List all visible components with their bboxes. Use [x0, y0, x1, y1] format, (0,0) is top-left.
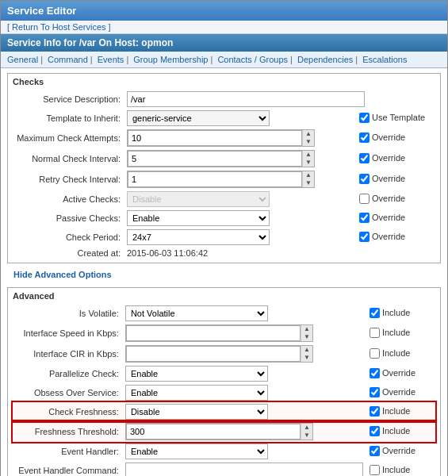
service-description-cell [124, 90, 435, 109]
event-handler-override-checkbox[interactable] [370, 446, 380, 456]
interface-cir-include-text: Include [382, 348, 410, 358]
passive-checks-select[interactable]: Enable Disable [127, 210, 270, 226]
retry-check-interval-input[interactable] [128, 171, 302, 187]
nav-command[interactable]: Command [48, 55, 88, 64]
retry-check-override-checkbox[interactable] [359, 174, 370, 184]
interface-speed-down[interactable]: ▼ [301, 333, 312, 341]
is-volatile-include-checkbox[interactable] [370, 308, 380, 318]
table-row: Passive Checks: Enable Disable Override [13, 209, 435, 228]
use-template-checkbox[interactable] [359, 113, 370, 123]
created-at-value: 2015-06-03 11:06:42 [127, 248, 208, 258]
check-freshness-row: Check Freshness: Disable Enable Include [13, 402, 435, 421]
retry-check-up[interactable]: ▲ [303, 171, 314, 179]
nav-escalations[interactable]: Escalations [362, 55, 407, 64]
interface-speed-up[interactable]: ▲ [301, 325, 312, 333]
retry-check-override-label: Override [359, 174, 405, 184]
template-inherit-cell: generic-service [124, 109, 356, 128]
freshness-threshold-include-text: Include [382, 426, 410, 436]
interface-cir-label: Interface CIR in Kbps: [13, 344, 122, 364]
freshness-threshold-input[interactable] [126, 424, 301, 440]
use-template-label: Use Template [359, 113, 425, 123]
active-checks-label: Active Checks: [13, 190, 124, 209]
retry-check-interval-label: Retry Check Interval: [13, 169, 124, 190]
passive-checks-override-checkbox[interactable] [359, 213, 370, 223]
service-description-input[interactable] [127, 91, 365, 107]
table-row: Service Description: [13, 90, 435, 109]
nav-group-membership[interactable]: Group Membership [133, 55, 208, 64]
nav-events[interactable]: Events [98, 55, 124, 64]
normal-check-up[interactable]: ▲ [303, 151, 314, 159]
freshness-threshold-label: Freshness Threshold: [13, 421, 122, 442]
template-inherit-label: Template to Inherit: [13, 109, 124, 128]
service-info-bar: Service Info for /var On Host: opmon [1, 34, 447, 52]
check-period-override-label: Override [359, 232, 405, 242]
freshness-threshold-row: Freshness Threshold: ▲ ▼ Include [13, 421, 435, 442]
interface-cir-cell: ▲ ▼ [122, 344, 366, 364]
interface-speed-include-label: Include [370, 328, 410, 338]
active-checks-select[interactable]: Disable Enable [127, 191, 270, 207]
advanced-section: Advanced Is Volatile: Not Volatile Volat… [7, 287, 441, 476]
normal-check-interval-input[interactable] [128, 151, 302, 167]
max-check-attempts-down[interactable]: ▼ [303, 138, 314, 146]
max-check-override-label: Override [359, 132, 405, 143]
max-check-attempts-up[interactable]: ▲ [303, 130, 314, 138]
interface-cir-include-checkbox[interactable] [370, 348, 380, 359]
obsess-override-checkbox[interactable] [370, 387, 380, 397]
check-freshness-cell: Disable Enable [122, 402, 366, 421]
interface-cir-spinner: ▲ ▼ [125, 345, 313, 363]
check-freshness-select[interactable]: Disable Enable [125, 404, 268, 420]
interface-speed-cell: ▲ ▼ [122, 323, 366, 344]
interface-cir-input[interactable] [126, 346, 301, 362]
event-handler-command-include-text: Include [382, 465, 410, 474]
active-checks-override-checkbox[interactable] [359, 194, 370, 204]
event-handler-command-input[interactable] [125, 463, 363, 476]
parallelize-check-select[interactable]: Enable Disable [125, 366, 268, 382]
check-period-select[interactable]: 24x7 workhours [127, 229, 270, 245]
table-row: Interface Speed in Kbps: ▲ ▼ Include [13, 323, 435, 344]
is-volatile-label: Is Volatile: [13, 304, 122, 323]
nav-dependencies[interactable]: Dependencies [297, 55, 353, 64]
parallelize-check-label: Parallelize Check: [13, 364, 122, 383]
retry-check-interval-spinner: ▲ ▼ [127, 171, 315, 188]
parallelize-check-override-text: Override [382, 368, 415, 378]
interface-cir-up[interactable]: ▲ [301, 346, 312, 354]
hide-advanced-link[interactable]: Hide Advanced Options [7, 270, 112, 279]
nav-general[interactable]: General [7, 55, 38, 64]
event-handler-select[interactable]: Enable Disable [125, 443, 268, 459]
parallelize-check-override-checkbox[interactable] [370, 368, 380, 378]
is-volatile-include-label: Include [370, 308, 410, 318]
interface-cir-down[interactable]: ▼ [301, 354, 312, 362]
max-check-override-text: Override [372, 132, 405, 142]
table-row: Retry Check Interval: ▲ ▼ Override [13, 169, 435, 190]
normal-check-down[interactable]: ▼ [303, 159, 314, 167]
normal-check-override-checkbox[interactable] [359, 153, 370, 163]
retry-check-down[interactable]: ▼ [303, 179, 314, 187]
nav-contacts-groups[interactable]: Contacts / Groups [217, 55, 288, 64]
passive-checks-cell: Enable Disable [124, 209, 356, 228]
event-handler-command-include-label: Include [370, 465, 410, 475]
is-volatile-select[interactable]: Not Volatile Volatile [125, 305, 268, 321]
event-handler-command-include-checkbox[interactable] [370, 465, 380, 475]
max-check-attempts-input[interactable] [128, 130, 302, 146]
passive-checks-override-label: Override [359, 213, 405, 223]
interface-speed-include-checkbox[interactable] [370, 328, 380, 338]
is-volatile-cell: Not Volatile Volatile [122, 304, 366, 323]
interface-cir-include-label: Include [370, 348, 410, 359]
use-template-text: Use Template [372, 113, 425, 122]
table-row: Active Checks: Disable Enable Override [13, 190, 435, 209]
check-period-override-checkbox[interactable] [359, 232, 370, 242]
event-handler-cell: Enable Disable [122, 442, 366, 461]
check-freshness-include-checkbox[interactable] [370, 406, 380, 416]
max-check-override-checkbox[interactable] [359, 132, 370, 143]
nav-bar: General| Command| Events| Group Membersh… [1, 52, 447, 68]
is-volatile-include-text: Include [382, 308, 410, 317]
freshness-threshold-include-checkbox[interactable] [370, 426, 380, 436]
return-link[interactable]: [ Return To Host Services ] [1, 21, 447, 34]
freshness-threshold-down[interactable]: ▼ [301, 432, 312, 440]
template-inherit-select[interactable]: generic-service [127, 110, 270, 126]
obsess-over-service-select[interactable]: Enable Disable [125, 385, 268, 401]
freshness-threshold-up[interactable]: ▲ [301, 424, 312, 432]
service-editor-window: Service Editor [ Return To Host Services… [0, 0, 448, 476]
interface-speed-input[interactable] [126, 325, 301, 341]
checks-section-label: Checks [13, 77, 435, 86]
